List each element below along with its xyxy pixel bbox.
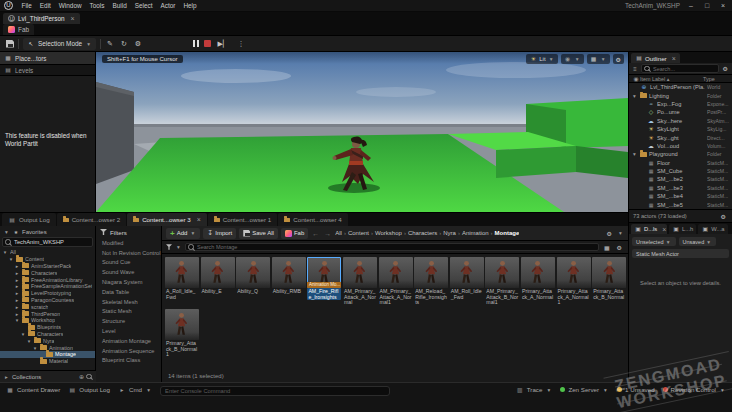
dock-tab[interactable]: Content...owser 3× xyxy=(127,213,207,226)
asset-tile[interactable]: AM_Primary_Attack_B_Normal1 xyxy=(485,257,519,306)
filter-item[interactable]: Blueprint Class xyxy=(96,356,161,366)
search-collections-icon[interactable] xyxy=(86,373,93,380)
dock-tab[interactable]: Content...owser 2 xyxy=(57,213,127,226)
outliner-row[interactable]: SM_...be4StaticM... xyxy=(629,192,732,200)
maximize-button[interactable]: □ xyxy=(702,2,712,9)
asset-tile[interactable]: Primary_Attack_A_Normal xyxy=(521,257,555,306)
zen-server-dropdown[interactable]: Zen Server▾ xyxy=(560,386,609,393)
content-drawer-button[interactable]: Content Drawer xyxy=(6,386,60,393)
back-icon[interactable]: ← xyxy=(311,230,320,237)
tree-folder-nyra[interactable]: ▾Nyra xyxy=(0,337,95,344)
menu-help[interactable]: Help xyxy=(180,2,200,9)
tree-folder-animstarterpack[interactable]: ▸AnimStarterPack xyxy=(0,263,95,270)
unselected-filter-chip[interactable]: Unselected▾ xyxy=(632,237,676,246)
expand-caret-icon[interactable]: ▾ xyxy=(20,331,26,337)
expand-caret-icon[interactable]: ▾ xyxy=(26,338,32,344)
add-collection-icon[interactable]: ⊕ xyxy=(79,373,84,380)
menu-tools[interactable]: Tools xyxy=(86,2,108,9)
import-button[interactable]: ↧Import xyxy=(203,228,236,239)
asset-search-input[interactable] xyxy=(197,244,596,250)
close-tab-icon[interactable]: × xyxy=(71,15,75,22)
stop-button[interactable] xyxy=(204,40,211,47)
asset-tile[interactable]: Primary_Attack_B_Normal1 xyxy=(165,309,199,358)
favorites-section[interactable]: ▾ Favorites xyxy=(0,226,95,237)
outliner-row[interactable]: Sky...hereSkyAtm... xyxy=(629,117,732,125)
details-tab[interactable]: W...a xyxy=(698,224,727,234)
tree-folder-freeanimationlibrary[interactable]: ▸FreeAnimationLibrary xyxy=(0,276,95,283)
tab-level[interactable]: U Lvl_ThirdPerson × xyxy=(3,13,80,24)
outliner-row[interactable]: SkyLightSkyLig... xyxy=(629,125,732,133)
console-input[interactable] xyxy=(160,386,390,396)
menu-build[interactable]: Build xyxy=(109,2,130,9)
outliner-row[interactable]: Exp...FogExpone... xyxy=(629,100,732,108)
close-tab-icon[interactable]: × xyxy=(662,226,666,233)
path-search-field[interactable]: TechAnim_WKSHP xyxy=(2,237,93,247)
filter-item[interactable]: Skeletal Mesh xyxy=(96,297,161,307)
expand-caret-icon[interactable]: ▸ xyxy=(14,290,20,296)
outliner-settings-icon[interactable]: ⚙ xyxy=(721,65,730,72)
breadcrumb-segment[interactable]: Workshop xyxy=(375,230,402,236)
tree-folder-montage[interactable]: Montage xyxy=(0,351,95,358)
tab-outliner[interactable]: Outliner × xyxy=(631,53,680,63)
eject-button[interactable]: ▶▏ xyxy=(216,40,231,48)
add-button[interactable]: +Add▾ xyxy=(166,228,200,239)
menu-actor[interactable]: Actor xyxy=(157,2,179,9)
fab-button[interactable]: Fab xyxy=(281,228,308,239)
asset-tile[interactable]: Primary_Attack_B_Normal xyxy=(592,257,626,306)
unreal-logo-icon[interactable]: U xyxy=(4,1,13,10)
outliner-row[interactable]: FloorStaticM... xyxy=(629,159,732,167)
breadcrumb-segment[interactable]: Characters xyxy=(408,230,437,236)
tab-fab[interactable]: Fab xyxy=(3,24,34,35)
save-all-button[interactable]: Save All xyxy=(239,228,278,239)
dock-tab[interactable]: Content...owser 1 xyxy=(208,213,278,226)
asset-tile[interactable]: AM_Roll_Idle_Fwd xyxy=(450,257,484,306)
outliner-row[interactable]: ▾PlaygroundFolder xyxy=(629,150,732,158)
asset-tile[interactable]: AM_Primary_Attack_A_Normal xyxy=(343,257,377,306)
saved-search-icon[interactable]: ▦ xyxy=(602,244,612,251)
dock-tab[interactable]: Content...owser 4 xyxy=(278,213,348,226)
tree-folder-levelprototyping[interactable]: ▸LevelPrototyping xyxy=(0,290,95,297)
filter-item[interactable]: Level xyxy=(96,326,161,336)
filter-item[interactable]: Static Mesh xyxy=(96,307,161,317)
chevron-down-icon[interactable]: ▾ xyxy=(617,230,624,236)
expand-caret-icon[interactable]: ▸ xyxy=(14,297,20,303)
visibility-column-icon[interactable] xyxy=(632,76,640,82)
view-options-icon[interactable]: ⚙ xyxy=(615,244,624,251)
asset-tile[interactable]: Ability_Q xyxy=(236,257,270,306)
tree-folder-material[interactable]: Material xyxy=(0,358,95,365)
outliner-row[interactable]: Sky...ghtDirect... xyxy=(629,133,732,141)
cmd-dropdown[interactable]: Cmd▾ xyxy=(118,386,152,393)
menu-select[interactable]: Select xyxy=(131,2,156,9)
expand-caret-icon[interactable]: ▾ xyxy=(32,345,38,351)
filter-item[interactable]: Animation Montage xyxy=(96,336,161,346)
dock-tab[interactable]: Output Log xyxy=(2,213,56,226)
filter-item[interactable]: Structure xyxy=(96,316,161,326)
breadcrumb-segment[interactable]: Content xyxy=(348,230,369,236)
asset-tile[interactable]: A_Roll_Idle_Fwd xyxy=(165,257,199,306)
outliner-search-field[interactable] xyxy=(641,64,719,73)
filter-item[interactable]: Animation Sequence xyxy=(96,346,161,356)
unsaved-filter-chip[interactable]: Unsaved▾ xyxy=(679,237,717,246)
outliner-options-icon[interactable]: ≡ xyxy=(631,66,639,72)
viewport-settings-icon[interactable]: ⚙ xyxy=(613,54,624,64)
tree-folder-scratch[interactable]: ▸scratch xyxy=(0,303,95,310)
static-mesh-actor-chip[interactable]: Static Mesh Actor xyxy=(632,249,729,258)
expand-caret-icon[interactable]: ▸ xyxy=(14,277,20,283)
edit-icon[interactable]: ✎ xyxy=(105,40,115,48)
editor-mode-dropdown[interactable]: Selection Mode ▾ xyxy=(23,38,96,50)
filter-item[interactable]: Modified xyxy=(96,238,161,248)
expand-caret-icon[interactable]: ▸ xyxy=(14,263,20,269)
asset-tile[interactable]: AM_Primary_Attack_A_Normal1 xyxy=(379,257,413,306)
outliner-filter-settings-icon[interactable]: ⚙ xyxy=(719,213,728,220)
tree-folder-characters[interactable]: ▸Characters xyxy=(0,269,95,276)
details-tab[interactable]: D...ls× xyxy=(631,224,667,234)
breadcrumb-segment[interactable]: Nyra xyxy=(443,230,456,236)
tree-folder-all[interactable]: ▾All xyxy=(0,249,95,256)
tree-folder-thirdperson[interactable]: ▸ThirdPerson xyxy=(0,310,95,317)
forward-icon[interactable]: → xyxy=(323,230,332,237)
expand-caret-icon[interactable]: ▾ xyxy=(8,256,14,262)
outliner-row[interactable]: SM_...be5StaticM... xyxy=(629,200,732,208)
filter-item[interactable]: Niagara System xyxy=(96,277,161,287)
menu-window[interactable]: Window xyxy=(55,2,85,9)
expand-caret-icon[interactable]: ▾ xyxy=(631,151,638,157)
